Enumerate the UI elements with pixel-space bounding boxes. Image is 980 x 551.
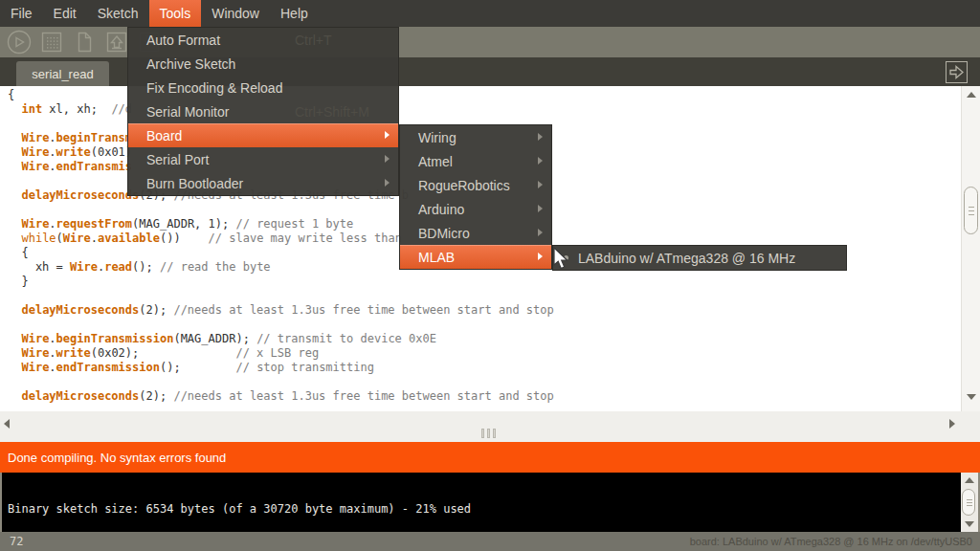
- menu-sketch[interactable]: Sketch: [87, 0, 149, 27]
- submenu-arrow-icon: [385, 179, 390, 187]
- submenu-arrow-icon: [385, 131, 390, 139]
- menu-item-label: Atmel: [418, 154, 453, 169]
- menubar: FileEditSketchToolsWindowHelp: [0, 0, 980, 27]
- console: Binary sketch size: 6534 bytes (of a 307…: [0, 473, 980, 532]
- code-line: Wire.endTransmission(); // stop transmit…: [8, 361, 959, 375]
- code-line: [8, 289, 959, 303]
- tab-menu-button[interactable]: [946, 61, 968, 83]
- code-line: [8, 318, 959, 332]
- menu-item-label: Arduino: [418, 202, 464, 217]
- cursor-line-number: 72: [10, 535, 23, 548]
- scroll-up-icon[interactable]: [967, 92, 976, 98]
- board-item-labduino-w-atmega328-16-mhz[interactable]: LABduino w/ ATmega328 @ 16 MHz: [553, 246, 846, 270]
- submenu-arrow-icon: [538, 157, 543, 165]
- mouse-cursor-icon: [553, 247, 569, 272]
- menu-item-auto-format[interactable]: Auto FormatCtrl+T: [128, 28, 398, 52]
- scroll-left-icon[interactable]: [4, 419, 10, 429]
- menu-item-label: Wiring: [418, 130, 457, 145]
- mlab-submenu: LABduino w/ ATmega328 @ 16 MHz: [552, 245, 847, 271]
- splitter-grip[interactable]: [481, 429, 496, 438]
- menu-tools[interactable]: Tools: [149, 0, 202, 27]
- board-item-arduino[interactable]: Arduino: [400, 197, 551, 221]
- scroll-down-icon[interactable]: [967, 394, 976, 400]
- submenu-arrow-icon: [538, 205, 543, 212]
- menu-item-label: Serial Port: [146, 152, 209, 167]
- tab-label: serial_read: [32, 67, 93, 81]
- footer-status-bar: 72 board: LABduino w/ ATmega328 @ 16 MHz…: [0, 532, 980, 551]
- submenu-arrow-icon: [538, 133, 543, 141]
- code-line: Wire.beginTransmission(MAG_ADDR); // tra…: [8, 332, 959, 346]
- menu-item-label: Burn Bootloader: [146, 176, 243, 191]
- menu-item-label: Archive Sketch: [146, 56, 235, 72]
- board-item-roguerobotics[interactable]: RogueRobotics: [400, 173, 551, 197]
- menu-item-serial-monitor[interactable]: Serial MonitorCtrl+Shift+M: [128, 99, 398, 123]
- status-message: Done compiling. No syntax errors found: [8, 451, 226, 465]
- menu-item-shortcut: Ctrl+Shift+M: [295, 104, 369, 120]
- horizontal-scrollbar[interactable]: [0, 411, 980, 442]
- board-submenu: WiringAtmelRogueRoboticsArduinoBDMicroML…: [399, 124, 552, 270]
- menu-item-label: Board: [146, 128, 182, 143]
- submenu-arrow-icon: [385, 155, 390, 163]
- board-item-bdmicro[interactable]: BDMicro: [400, 221, 551, 245]
- code-line: Wire.write(0x02); // x LSB reg: [8, 346, 959, 361]
- code-line: delayMicroseconds(2); //needs at least 1…: [8, 303, 959, 318]
- console-scroll-down-icon[interactable]: [965, 521, 974, 527]
- menu-item-shortcut: Ctrl+T: [295, 33, 332, 48]
- scroll-right-icon[interactable]: [949, 419, 955, 429]
- stop-button[interactable]: [38, 29, 65, 55]
- menu-item-label: Serial Monitor: [146, 104, 229, 120]
- verify-icon: [6, 29, 33, 55]
- menu-help[interactable]: Help: [270, 0, 319, 27]
- menu-item-label: BDMicro: [418, 226, 470, 241]
- tab-menu-arrow-icon: [947, 63, 966, 81]
- menu-item-label: RogueRobotics: [418, 178, 510, 193]
- menu-item-label: Auto Format: [146, 33, 220, 48]
- menu-item-label: LABduino w/ ATmega328 @ 16 MHz: [578, 251, 795, 266]
- console-output: Binary sketch size: 6534 bytes (of a 307…: [8, 502, 471, 516]
- menu-item-label: Fix Encoding & Reload: [146, 80, 282, 96]
- submenu-arrow-icon: [538, 229, 543, 236]
- menu-file[interactable]: File: [0, 0, 43, 27]
- open-icon: [103, 29, 130, 55]
- menu-item-serial-port[interactable]: Serial Port: [128, 147, 398, 171]
- menu-item-archive-sketch[interactable]: Archive Sketch: [128, 52, 398, 76]
- menu-item-board[interactable]: Board: [128, 123, 398, 147]
- board-item-wiring[interactable]: Wiring: [400, 125, 551, 149]
- console-scrollbar-thumb[interactable]: [962, 489, 975, 516]
- new-icon: [71, 29, 98, 55]
- board-port-info: board: LABduino w/ ATmega328 @ 16 MHz on…: [690, 536, 972, 547]
- menu-window[interactable]: Window: [201, 0, 270, 27]
- board-item-atmel[interactable]: Atmel: [400, 149, 551, 173]
- submenu-arrow-icon: [538, 253, 543, 260]
- code-line: delayMicroseconds(2); //needs at least 1…: [8, 389, 959, 404]
- new-button[interactable]: [71, 29, 98, 55]
- menu-edit[interactable]: Edit: [43, 0, 87, 27]
- tab-serial-read[interactable]: serial_read: [16, 61, 109, 86]
- menu-item-label: MLAB: [418, 250, 455, 265]
- tools-menu: Auto FormatCtrl+TArchive SketchFix Encod…: [127, 27, 399, 196]
- verify-button[interactable]: [6, 29, 33, 55]
- console-scroll-up-icon[interactable]: [965, 477, 974, 483]
- menu-item-burn-bootloader[interactable]: Burn Bootloader: [128, 171, 398, 195]
- code-line: [8, 375, 959, 389]
- submenu-arrow-icon: [538, 181, 543, 188]
- menu-item-fix-encoding-reload[interactable]: Fix Encoding & Reload: [128, 76, 398, 99]
- stop-icon: [38, 29, 65, 55]
- console-scrollbar[interactable]: [961, 473, 978, 532]
- editor-scrollbar-thumb[interactable]: [964, 187, 978, 234]
- editor-vertical-scrollbar[interactable]: [961, 86, 980, 411]
- open-button[interactable]: [103, 29, 130, 55]
- status-bar: Done compiling. No syntax errors found: [0, 442, 980, 473]
- code-line: }: [8, 275, 959, 289]
- board-item-mlab[interactable]: MLAB: [400, 245, 551, 269]
